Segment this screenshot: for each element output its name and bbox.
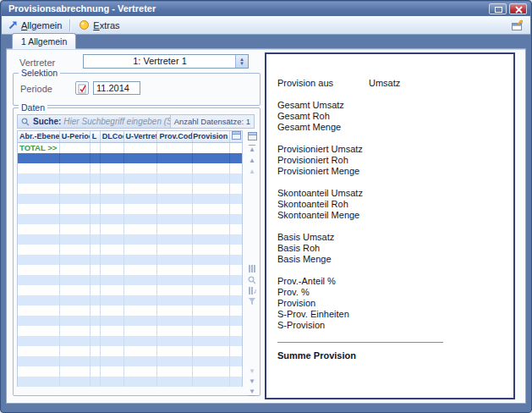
summary-row: Provision ausUmsatz <box>277 78 503 89</box>
periode-input[interactable] <box>93 81 140 95</box>
column-header[interactable]: Prov.Code <box>157 131 193 142</box>
table-row[interactable] <box>18 356 242 366</box>
summary-row-label: Skontoanteil Menge <box>277 210 359 220</box>
grid-nav-strip: ▲ ▲ ▲ A ▼ ▼ ▼ <box>246 132 258 392</box>
toolbar-separator <box>69 19 71 31</box>
daten-groupbox: Daten Suche: Hier Suchbegriff eingeben (… <box>13 107 261 396</box>
close-button[interactable] <box>509 3 527 14</box>
summary-row: Provisioniert Menge <box>277 166 503 177</box>
summary-row: Gesamt Menge <box>277 122 503 133</box>
table-row[interactable] <box>18 326 242 336</box>
selektion-groupbox: Selektion Periode <box>13 73 261 106</box>
summary-row-label: Provision <box>277 298 315 308</box>
column-header[interactable]: DLCode <box>101 131 124 142</box>
scroll-down-icon[interactable]: ▼ <box>246 377 258 387</box>
table-row-total[interactable]: TOTAL >> <box>18 143 242 153</box>
periode-picker-button[interactable] <box>75 81 89 95</box>
toolbar-item-extras[interactable]: Extras <box>72 16 126 34</box>
table-row[interactable] <box>18 316 242 326</box>
app-window: Provisionsabrechnung - Vertreter Allgeme… <box>0 0 532 413</box>
column-header[interactable]: Abr.-Ebene <box>18 131 60 142</box>
choose-columns-icon[interactable] <box>246 132 258 142</box>
grid-body: TOTAL >> <box>18 143 242 387</box>
summary-group: Basis UmsatzBasis RohBasis Menge <box>277 232 503 265</box>
maximize-icon <box>495 7 502 13</box>
table-row[interactable] <box>18 204 242 214</box>
summary-row: Prov. % <box>277 287 503 298</box>
maximize-button[interactable] <box>489 3 507 14</box>
table-row[interactable] <box>18 194 242 204</box>
page-up-icon[interactable]: ▲ <box>246 167 258 177</box>
table-row[interactable] <box>18 377 242 387</box>
scroll-bottom-icon[interactable]: ▼ <box>246 387 258 397</box>
summary-row-label: Provisioniert Menge <box>277 166 359 176</box>
detach-window-button[interactable] <box>511 19 530 31</box>
svg-text:A: A <box>254 288 256 295</box>
summary-groups: Provision ausUmsatzGesamt UmsatzGesamt R… <box>277 78 503 331</box>
table-row[interactable] <box>18 234 242 245</box>
columns-icon[interactable] <box>246 265 258 275</box>
column-chooser-icon[interactable] <box>230 131 242 142</box>
table-row[interactable] <box>18 275 242 285</box>
content-panel: Vertreter 1: Vertreter 1 ▲ ▼ Selektion P… <box>7 49 525 403</box>
summary-row-label: Gesamt Umsatz <box>277 100 344 110</box>
page-down-icon[interactable]: ▼ <box>246 366 258 377</box>
grid-header: Abr.-EbeneU-PeriodeLDLCodeU-VertreterPro… <box>18 131 242 143</box>
selektion-legend: Selektion <box>19 68 60 78</box>
table-row[interactable] <box>18 306 242 316</box>
table-row[interactable] <box>18 163 242 173</box>
filter-icon[interactable] <box>246 298 258 308</box>
scroll-top-icon[interactable]: ▲ <box>246 145 258 155</box>
table-row[interactable] <box>18 295 242 306</box>
summary-row-value: Umsatz <box>369 78 400 89</box>
extras-icon <box>79 19 90 30</box>
column-header[interactable]: U-Vertreter <box>124 131 158 142</box>
combobox-spinner[interactable]: ▲ ▼ <box>235 55 248 68</box>
summary-group: Prov.-Anteil %Prov. %ProvisionS-Prov. Ei… <box>277 276 503 331</box>
toolbar-extras-label: Extras <box>93 20 119 30</box>
periode-label: Periode <box>20 84 52 94</box>
summary-group: Provisioniert UmsatzProvisioniert RohPro… <box>277 144 503 177</box>
search-label: Suche: <box>33 117 61 126</box>
table-row[interactable] <box>18 245 242 255</box>
summary-row: Gesamt Roh <box>277 111 503 122</box>
summary-row-label: Gesamt Roh <box>277 111 330 121</box>
scroll-up-icon[interactable]: ▲ <box>246 156 258 166</box>
search-placeholder[interactable]: Hier Suchbegriff eingeben (STRG+S) <box>63 117 169 126</box>
table-row[interactable] <box>18 265 242 275</box>
title-bar[interactable]: Provisionsabrechnung - Vertreter <box>2 2 530 16</box>
search-bar[interactable]: Suche: Hier Suchbegriff eingeben (STRG+S… <box>17 114 255 129</box>
toolbar-item-allgemein[interactable]: Allgemein <box>2 16 69 34</box>
vertreter-label: Vertreter <box>19 58 55 68</box>
summary-row-label: Gesamt Menge <box>277 122 341 132</box>
record-count-badge: Anzahl Datensätze: 1 <box>170 115 254 128</box>
table-row[interactable] <box>18 366 242 377</box>
grid-search-icon[interactable] <box>246 276 258 286</box>
summary-row-label: Basis Umsatz <box>277 232 334 242</box>
summary-row: Skontoanteil Menge <box>277 210 503 221</box>
detach-window-icon <box>511 19 524 31</box>
column-header[interactable]: Provision € <box>193 131 230 142</box>
spinner-down-icon: ▼ <box>239 62 244 66</box>
table-row[interactable] <box>18 173 242 184</box>
column-header[interactable]: L <box>90 131 101 142</box>
table-row[interactable] <box>18 285 242 295</box>
summary-divider <box>277 342 443 343</box>
table-row[interactable] <box>18 255 242 265</box>
table-row[interactable] <box>18 184 242 194</box>
summary-row: Provision <box>277 298 503 309</box>
table-row[interactable] <box>18 224 242 234</box>
summary-row-label: Provisioniert Umsatz <box>277 144 363 154</box>
periode-picker-icon <box>78 84 87 94</box>
table-row[interactable] <box>18 214 242 224</box>
vertreter-combobox[interactable]: 1: Vertreter 1 ▲ ▼ <box>83 54 249 69</box>
summary-row-label: Skontoanteil Roh <box>277 199 348 209</box>
tab-allgemein[interactable]: 1 Allgemein <box>12 33 76 49</box>
summary-group: Skontoanteil UmsatzSkontoanteil RohSkont… <box>277 188 503 221</box>
toolbar-allgemein-label: Allgemein <box>21 20 62 30</box>
table-row[interactable] <box>18 346 242 356</box>
table-row-selected[interactable] <box>18 153 242 163</box>
table-row[interactable] <box>18 336 242 346</box>
sort-icon[interactable]: A <box>246 287 258 297</box>
column-header[interactable]: U-Periode <box>60 131 90 142</box>
